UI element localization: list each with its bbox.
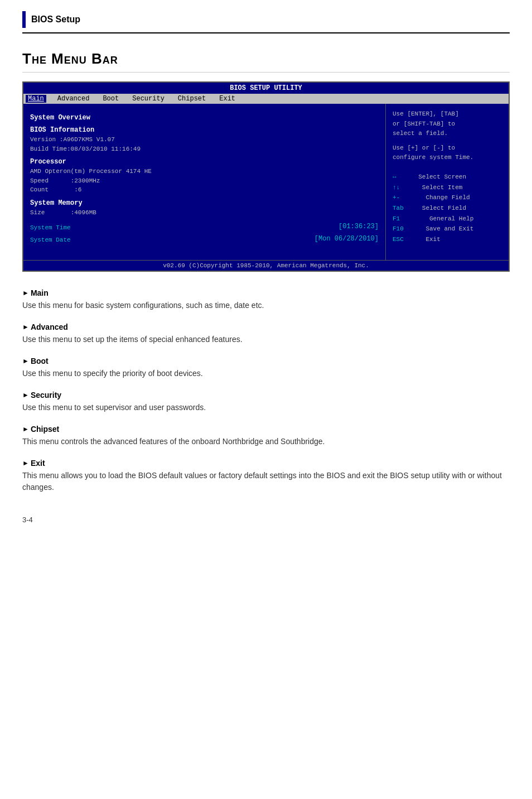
arrow-advanced-icon: ►: [22, 323, 29, 331]
page-wrapper: BIOS Setup The Menu Bar BIOS SETUP UTILI…: [0, 0, 532, 546]
desc-main-text: Use this menu for basic system configura…: [22, 300, 510, 311]
bios-key-tab-key: Tab: [393, 205, 404, 211]
bios-help-line1: Use [ENTER], [TAB]: [393, 109, 502, 119]
desc-security-label: Security: [31, 391, 61, 399]
bios-version: Version :A96D7KMS V1.07: [30, 135, 379, 145]
arrow-exit-icon: ►: [22, 459, 29, 467]
desc-boot: ► Boot Use this menu to specify the prio…: [22, 357, 510, 379]
desc-main-label: Main: [31, 288, 49, 297]
bios-menu-exit[interactable]: Exit: [217, 95, 238, 103]
bios-help-line2: or [SHIFT-TAB] to: [393, 119, 502, 129]
section-title: The Menu Bar: [22, 50, 510, 73]
bios-memory-label: System Memory: [30, 199, 379, 207]
desc-advanced-label: Advanced: [31, 323, 68, 331]
desc-main-heading: ► Main: [22, 288, 510, 297]
desc-exit-heading: ► Exit: [22, 459, 510, 468]
bios-menu-main[interactable]: Main: [26, 95, 46, 103]
bios-key-pm: +- Change Field: [393, 192, 502, 203]
desc-boot-heading: ► Boot: [22, 357, 510, 365]
bios-count-val: :6: [74, 186, 81, 193]
bios-processor-count: Count :6: [30, 185, 379, 195]
bios-key-pm-key: +-: [393, 194, 400, 201]
bios-content: System Overview BIOS Information Version…: [23, 104, 509, 260]
desc-security-text: Use this menu to set supervisor and user…: [22, 402, 510, 413]
bios-info-label: BIOS Information: [30, 126, 379, 134]
bios-key-esc-label: Exit: [425, 236, 440, 243]
bios-size-val: :4096MB: [71, 209, 96, 216]
bios-key-f10: F10 Save and Exit: [393, 224, 502, 234]
arrow-boot-icon: ►: [22, 357, 29, 365]
bios-system-overview-label: System Overview: [30, 114, 379, 122]
desc-advanced: ► Advanced Use this menu to set up the i…: [22, 323, 510, 345]
bios-menu-security[interactable]: Security: [130, 95, 167, 103]
bios-footer: v02.69 (C)Copyright 1985-2010, American …: [23, 260, 509, 271]
bios-menu-advanced[interactable]: Advanced: [55, 95, 92, 103]
bios-memory-size: Size :4096MB: [30, 208, 379, 218]
bios-system-date-row: System Date [Mon 06/28/2010]: [30, 235, 379, 246]
bios-key-ud: ↑↓ Select Item: [393, 182, 502, 193]
bios-system-time-label: System Time: [30, 223, 71, 234]
bios-left-panel: System Overview BIOS Information Version…: [23, 104, 386, 260]
header-title: BIOS Setup: [31, 15, 80, 25]
desc-chipset-text: This menu controls the advanced features…: [22, 436, 510, 447]
bios-processor-speed: Speed :2300MHz: [30, 176, 379, 186]
desc-exit: ► Exit This menu allows you to load the …: [22, 459, 510, 493]
bios-menu-boot[interactable]: Boot: [100, 95, 121, 103]
bios-help-line5: Use [+] or [-] to: [393, 143, 502, 153]
arrow-chipset-icon: ►: [22, 425, 29, 433]
bios-key-pm-label: Change Field: [425, 194, 470, 201]
menu-descriptions: ► Main Use this menu for basic system co…: [22, 288, 510, 493]
bios-system-date-label: System Date: [30, 235, 71, 246]
bios-key-legend: ↔ Select Screen ↑↓ Select Item +- Change…: [393, 172, 502, 245]
bios-count-label: Count: [30, 186, 49, 193]
desc-boot-text: Use this menu to specify the priority of…: [22, 368, 510, 379]
bios-menu-chipset[interactable]: Chipset: [176, 95, 208, 103]
bios-processor-label: Processor: [30, 158, 379, 166]
desc-exit-text: This menu allows you to load the BIOS de…: [22, 470, 510, 493]
bios-key-esc: ESC Exit: [393, 234, 502, 245]
bios-key-lr: ↔ Select Screen: [393, 172, 502, 182]
bios-system-time-val: [01:36:23]: [338, 223, 379, 234]
bios-help-line6: configure system Time.: [393, 153, 502, 163]
bios-menu-bar: Main Advanced Boot Security Chipset Exit: [23, 94, 509, 104]
bios-screenshot: BIOS SETUP UTILITY Main Advanced Boot Se…: [22, 81, 510, 272]
desc-security: ► Security Use this menu to set supervis…: [22, 391, 510, 413]
bios-system-date-val: [Mon 06/28/2010]: [315, 235, 379, 246]
bios-key-tab-label: Select Field: [422, 205, 466, 211]
bios-right-panel: Use [ENTER], [TAB] or [SHIFT-TAB] to sel…: [386, 104, 509, 260]
desc-security-heading: ► Security: [22, 391, 510, 399]
bios-speed-label: Speed: [30, 177, 49, 184]
bios-key-ud-key: ↑↓: [393, 184, 400, 191]
bios-key-esc-key: ESC: [393, 236, 404, 243]
arrow-security-icon: ►: [22, 391, 29, 399]
bios-key-f10-key: F10: [393, 225, 404, 232]
bios-title-bar: BIOS SETUP UTILITY: [23, 83, 509, 94]
arrow-main-icon: ►: [22, 289, 29, 297]
bios-key-lr-key: ↔: [393, 174, 396, 180]
header-bar: BIOS Setup: [22, 11, 510, 33]
bios-right-help-text: Use [ENTER], [TAB] or [SHIFT-TAB] to sel…: [393, 109, 502, 163]
bios-size-label: Size: [30, 209, 45, 216]
bios-key-f1-label: General Help: [429, 215, 473, 222]
bios-key-f1: F1 General Help: [393, 214, 502, 224]
header-blue-accent: [22, 11, 26, 28]
bios-speed-val: :2300MHz: [71, 177, 100, 184]
bios-key-f10-label: Save and Exit: [425, 225, 473, 232]
desc-exit-label: Exit: [31, 459, 45, 468]
desc-chipset-heading: ► Chipset: [22, 425, 510, 434]
page-number: 3-4: [22, 516, 510, 524]
desc-chipset-label: Chipset: [31, 425, 59, 434]
desc-boot-label: Boot: [31, 357, 49, 365]
bios-processor-name: AMD Opteron(tm) Processor 4174 HE: [30, 167, 379, 176]
bios-key-ud-label: Select Item: [422, 184, 463, 191]
desc-advanced-heading: ► Advanced: [22, 323, 510, 331]
bios-help-line3: select a field.: [393, 129, 502, 139]
bios-key-lr-label: Select Screen: [418, 174, 466, 180]
desc-advanced-text: Use this menu to set up the items of spe…: [22, 334, 510, 345]
bios-key-tab: Tab Select Field: [393, 203, 502, 214]
bios-key-f1-key: F1: [393, 215, 400, 222]
desc-chipset: ► Chipset This menu controls the advance…: [22, 425, 510, 447]
desc-main: ► Main Use this menu for basic system co…: [22, 288, 510, 311]
bios-system-time-row: System Time [01:36:23]: [30, 223, 379, 234]
bios-build: Build Time:08/03/2010 11:16:49: [30, 145, 379, 154]
